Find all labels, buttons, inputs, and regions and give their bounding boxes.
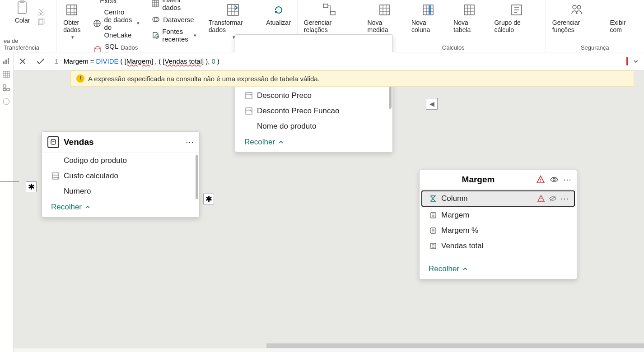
- svg-rect-15: [331, 11, 335, 15]
- svg-rect-23: [3, 61, 5, 64]
- clipboard-extra: [37, 0, 45, 37]
- calc-group-button[interactable]: Grupo de cálculo: [491, 0, 541, 35]
- scrollbar-thumb[interactable]: [266, 343, 644, 348]
- card-menu-button[interactable]: ⋯: [563, 175, 571, 185]
- ribbon-group-label: Dados: [121, 43, 138, 51]
- svg-point-35: [553, 179, 555, 181]
- calc-column-icon: [244, 91, 253, 100]
- formula-error-bar: ! A expressão especificada na consulta n…: [70, 70, 634, 87]
- onelake-icon: [93, 19, 101, 28]
- visibility-icon[interactable]: [550, 175, 559, 184]
- manage-relations-button[interactable]: Gerenciar relações: [301, 0, 357, 35]
- card-menu-button[interactable]: ⋯: [186, 137, 194, 147]
- new-table-button[interactable]: Nova tabela: [451, 0, 488, 35]
- dataverse-icon: [151, 15, 160, 24]
- field-row[interactable]: Desconto Preco: [235, 88, 392, 103]
- onelake-button[interactable]: Centro de dados do OneLake: [91, 7, 141, 40]
- field-row[interactable]: Numero: [42, 184, 199, 199]
- new-measure-button[interactable]: Nova medida: [365, 0, 406, 35]
- collapse-link[interactable]: Recolher: [429, 264, 468, 273]
- error-text: A expressão especificada na consulta não…: [88, 75, 320, 83]
- dax-view-icon[interactable]: [2, 97, 11, 107]
- hidden-icon[interactable]: [549, 195, 557, 203]
- data-view-icon[interactable]: [2, 70, 11, 79]
- paste-button[interactable]: Colar: [12, 0, 33, 26]
- measure-icon: [377, 2, 393, 18]
- clipboard-icon: [14, 0, 31, 16]
- svg-rect-28: [7, 88, 9, 91]
- copy-icon[interactable]: [37, 18, 45, 26]
- field-row[interactable]: Nome do produto: [235, 119, 392, 134]
- horizontal-scrollbar[interactable]: [14, 343, 644, 348]
- view-as-button[interactable]: Exibir com: [607, 0, 640, 35]
- error-icon: [536, 175, 545, 184]
- table-card-vendas[interactable]: ✱ Vendas ⋯ Codigo do produto Custo calcu…: [42, 131, 200, 218]
- get-data-label: Obter dados: [63, 19, 80, 33]
- refresh-button[interactable]: Atualizar: [263, 0, 293, 28]
- formula-expand-button[interactable]: [628, 58, 644, 65]
- warning-icon: !: [76, 74, 84, 83]
- collapse-link[interactable]: Recolher: [244, 138, 284, 147]
- database-icon: [64, 2, 80, 18]
- error-icon: [537, 195, 545, 203]
- svg-rect-6: [67, 5, 77, 15]
- svg-rect-17: [423, 5, 433, 15]
- svg-point-8: [95, 46, 100, 49]
- model-canvas[interactable]: ✱ Vendas ⋯ Codigo do produto Custo calcu…: [14, 52, 644, 348]
- formula-bar[interactable]: 1 Margem = DIVIDE([Margem], ([Vendas tot…: [50, 55, 625, 68]
- svg-rect-9: [152, 0, 159, 7]
- column-icon: [420, 2, 436, 18]
- recent-sources-button[interactable]: Fontes recentes: [149, 27, 198, 44]
- field-row[interactable]: Vendas total: [420, 238, 577, 254]
- calc-column-icon: [244, 107, 253, 116]
- svg-rect-16: [380, 5, 390, 15]
- dataverse-button[interactable]: Dataverse: [149, 14, 198, 25]
- paste-label: Colar: [15, 17, 30, 24]
- cut-icon[interactable]: [37, 8, 45, 16]
- field-row-selected[interactable]: Column ⋯: [421, 190, 575, 207]
- calc-group-icon: [509, 2, 525, 18]
- view-rail: [0, 52, 14, 352]
- svg-rect-0: [18, 2, 26, 14]
- cardinality-many-icon: ✱: [26, 181, 37, 192]
- table-icon: [47, 136, 59, 148]
- field-row[interactable]: Margem: [420, 208, 577, 223]
- table-insert-icon: [151, 0, 159, 8]
- sigma-icon: [429, 194, 438, 203]
- ribbon-group-label: ea de Transferência: [4, 37, 53, 51]
- formula-commit-button[interactable]: [32, 52, 50, 70]
- svg-rect-13: [228, 5, 238, 15]
- line-number: 1: [55, 58, 58, 65]
- measure-icon: [429, 211, 438, 220]
- relations-icon: [321, 2, 337, 18]
- get-data-button[interactable]: Obter dados: [61, 0, 83, 42]
- svg-rect-18: [429, 5, 431, 15]
- field-row[interactable]: Desconto Preco Funcao: [235, 103, 392, 119]
- svg-rect-24: [5, 60, 7, 64]
- field-menu-button[interactable]: ⋯: [560, 194, 569, 204]
- svg-rect-19: [464, 5, 474, 15]
- formula-cancel-button[interactable]: [14, 52, 32, 70]
- field-row[interactable]: Custo calculado: [42, 168, 199, 184]
- new-column-button[interactable]: Nova coluna: [409, 0, 447, 35]
- table-card-margem[interactable]: Margem ⋯ Column ⋯ Margem Margem % Vendas…: [419, 170, 577, 279]
- excel-source-button[interactable]: XPasta de trabalho do Excel: [91, 0, 141, 5]
- svg-rect-25: [8, 58, 9, 64]
- model-view-icon[interactable]: [2, 84, 11, 93]
- insert-data-button[interactable]: Inserir dados: [149, 0, 198, 12]
- field-row[interactable]: Codigo do produto: [42, 153, 199, 168]
- cardinality-many-icon: ✱: [203, 194, 214, 204]
- svg-point-31: [51, 139, 56, 141]
- field-row[interactable]: Margem %: [420, 223, 577, 238]
- refresh-icon: [271, 2, 287, 18]
- svg-rect-29: [3, 88, 6, 91]
- collapse-link[interactable]: Recolher: [51, 203, 91, 212]
- ribbon-group-label: Cálculos: [442, 43, 465, 51]
- manage-roles-button[interactable]: Gerenciar funções: [550, 0, 604, 35]
- svg-point-22: [577, 5, 581, 9]
- ribbon-group-label: Segurança: [581, 43, 609, 51]
- svg-rect-27: [3, 85, 6, 87]
- svg-point-21: [573, 5, 576, 9]
- report-view-icon[interactable]: [2, 57, 11, 66]
- scrollbar[interactable]: [196, 155, 198, 199]
